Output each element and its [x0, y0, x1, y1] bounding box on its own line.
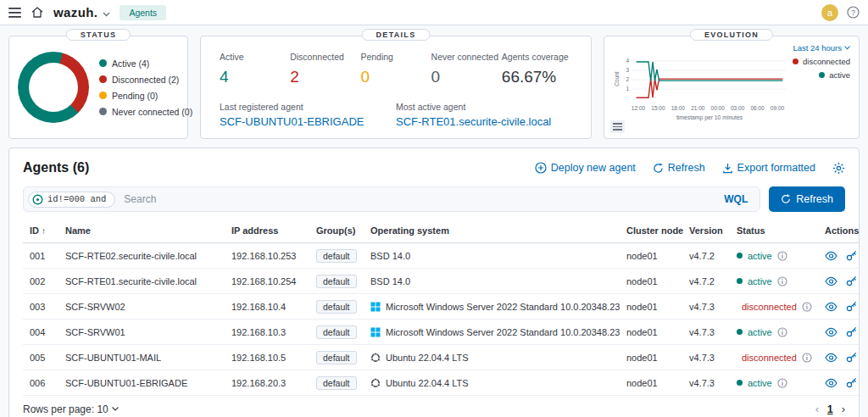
cell-operating-system: Microsoft Windows Server 2022 Standard 1…	[386, 327, 620, 337]
table-row[interactable]: 002 SCF-RTE01.securite-civile.local 192.…	[23, 269, 859, 294]
group-chip[interactable]: default	[316, 325, 357, 339]
view-agent-icon[interactable]	[825, 302, 837, 312]
home-icon[interactable]	[31, 6, 44, 19]
stat-coverage: Agents coverage66.67%	[502, 52, 572, 86]
legend-item-disconnected[interactable]: Disconnected (2)	[99, 75, 192, 85]
group-chip[interactable]: default	[316, 275, 357, 288]
search-input[interactable]	[124, 193, 721, 205]
agent-key-icon[interactable]	[846, 352, 857, 363]
refresh-link[interactable]: Refresh	[653, 162, 705, 174]
time-range-select[interactable]: Last 24 hours	[793, 43, 850, 53]
windows-icon	[370, 302, 381, 312]
evolution-legend-disconnected[interactable]: disconnected	[793, 57, 850, 66]
deploy-new-agent-button[interactable]: Deploy new agent	[535, 162, 636, 174]
column-header-groups[interactable]: Group(s)	[309, 219, 364, 243]
table-row[interactable]: 004 SCF-SRVW01 192.168.10.3 default Micr…	[23, 320, 859, 345]
cell-version: v4.7.3	[682, 345, 730, 370]
info-icon[interactable]	[777, 251, 787, 261]
table-row[interactable]: 001 SCF-RTE02.securite-civile.local 192.…	[23, 243, 859, 269]
menu-icon[interactable]	[8, 8, 21, 18]
svg-text:3: 3	[626, 67, 629, 73]
view-agent-icon[interactable]	[825, 327, 837, 337]
page-number[interactable]: 1	[827, 403, 833, 415]
info-icon[interactable]	[802, 302, 812, 312]
legend-item-active[interactable]: Active (4)	[99, 58, 192, 69]
svg-text:4: 4	[626, 58, 629, 64]
last-registered-agent-link[interactable]: SCF-UBUNTU01-EBRIGADE	[220, 115, 396, 128]
rows-per-page-select[interactable]: Rows per page: 10	[23, 403, 119, 415]
group-chip[interactable]: default	[316, 351, 357, 364]
info-icon[interactable]	[777, 276, 787, 286]
cell-cluster-node: node01	[620, 370, 682, 396]
legend-item-pending[interactable]: Pending (0)	[99, 91, 192, 101]
wazuh-logo[interactable]: wazuh.	[53, 5, 110, 19]
previous-page-button[interactable]: ‹	[815, 403, 819, 415]
svg-text:21:00: 21:00	[691, 105, 705, 111]
active-dot	[819, 72, 825, 78]
svg-text:2: 2	[626, 76, 629, 82]
column-header-os[interactable]: Operating system	[364, 219, 620, 243]
column-header-ip[interactable]: IP address	[225, 219, 309, 243]
group-chip[interactable]: default	[316, 249, 357, 263]
cell-operating-system: Ubuntu 22.04.4 LTS	[386, 378, 469, 388]
most-active-agent-link[interactable]: SCF-RTE01.securite-civile.local	[396, 115, 572, 128]
stat-active: Active4	[220, 52, 290, 86]
agents-section: Agents (6) Deploy new agent Refresh Expo…	[8, 147, 860, 417]
column-header-status[interactable]: Status	[730, 219, 818, 243]
view-agent-icon[interactable]	[825, 251, 837, 261]
circle-plus-icon	[535, 162, 547, 174]
info-icon[interactable]	[802, 353, 812, 363]
agent-key-icon[interactable]	[846, 301, 857, 312]
cell-ip-address: 192.168.10.5	[225, 345, 309, 370]
status-text: active	[748, 327, 772, 337]
agent-key-icon[interactable]	[846, 275, 857, 286]
evolution-panel: EVOLUTION Last 24 hours disconnected act…	[604, 36, 860, 139]
ubuntu-icon	[370, 353, 381, 363]
column-header-version[interactable]: Version	[682, 219, 730, 243]
active-dot	[99, 59, 107, 67]
info-icon[interactable]	[777, 327, 787, 337]
breadcrumb-agents[interactable]: Agents	[120, 5, 166, 20]
chart-legend-toggle-icon[interactable]	[610, 120, 625, 133]
cell-agent-name[interactable]: SCF-RTE01.securite-civile.local	[58, 269, 225, 294]
gear-icon[interactable]	[832, 162, 845, 175]
export-formatted-button[interactable]: Export formatted	[722, 162, 815, 174]
column-header-cluster[interactable]: Cluster node	[620, 219, 682, 243]
cell-ip-address: 192.168.10.253	[225, 243, 309, 269]
info-icon[interactable]	[777, 378, 787, 388]
chevron-down-icon	[844, 46, 850, 50]
table-row[interactable]: 006 SCF-UBUNTU01-EBRIGADE 192.168.20.3 d…	[23, 370, 859, 396]
cell-agent-name[interactable]: SCF-UBUNTU01-MAIL	[58, 345, 225, 370]
column-header-name[interactable]: Name	[58, 219, 225, 243]
svg-text:?: ?	[851, 8, 855, 17]
avatar[interactable]: a	[821, 4, 838, 21]
cell-operating-system: BSD 14.0	[370, 276, 410, 286]
view-agent-icon[interactable]	[825, 276, 837, 286]
last-registered-agent: Last registered agent SCF-UBUNTU01-EBRIG…	[220, 102, 396, 128]
wql-toggle[interactable]: WQL	[721, 193, 751, 205]
agent-key-icon[interactable]	[846, 377, 857, 388]
cell-agent-name[interactable]: SCF-UBUNTU01-EBRIGADE	[58, 370, 225, 396]
view-agent-icon[interactable]	[825, 378, 837, 388]
agent-key-icon[interactable]	[846, 250, 857, 261]
next-page-button[interactable]: ›	[842, 403, 845, 415]
cell-ip-address: 192.168.10.3	[225, 320, 309, 345]
table-row[interactable]: 005 SCF-UBUNTU01-MAIL 192.168.10.5 defau…	[23, 345, 859, 370]
legend-item-never-connected[interactable]: Never connected (0)	[99, 107, 192, 117]
help-icon[interactable]: ?	[847, 6, 860, 19]
agent-key-icon[interactable]	[846, 326, 857, 337]
group-chip[interactable]: default	[316, 300, 357, 314]
refresh-button[interactable]: Refresh	[769, 186, 845, 212]
column-header-id[interactable]: ID ↑	[23, 219, 58, 243]
cell-agent-name[interactable]: SCF-SRVW01	[58, 320, 225, 345]
filter-pill[interactable]: id!=000 and	[28, 192, 115, 208]
cell-agent-name[interactable]: SCF-RTE02.securite-civile.local	[58, 243, 225, 269]
cell-agent-name[interactable]: SCF-SRVW02	[58, 294, 225, 320]
agent-status-donut-chart[interactable]	[18, 52, 89, 123]
table-row[interactable]: 003 SCF-SRVW02 192.168.10.4 default Micr…	[23, 294, 859, 320]
group-chip[interactable]: default	[316, 376, 357, 390]
evolution-legend-active[interactable]: active	[793, 70, 850, 80]
legend-label: Active (4)	[112, 58, 149, 69]
view-agent-icon[interactable]	[825, 353, 837, 363]
svg-text:12:00: 12:00	[632, 105, 646, 111]
